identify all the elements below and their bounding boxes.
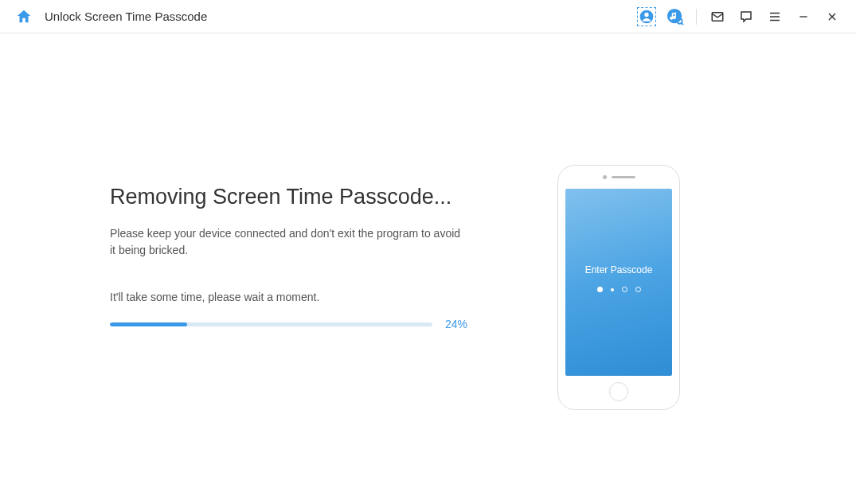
passcode-dots — [597, 287, 641, 292]
svg-point-1 — [644, 12, 648, 16]
phone-camera-icon — [603, 175, 607, 179]
description: Please keep your device connected and do… — [110, 225, 468, 259]
phone-screen-label: Enter Passcode — [585, 264, 653, 275]
header-right — [637, 7, 842, 26]
user-icon[interactable] — [637, 7, 656, 26]
content-right: Enter Passcode — [557, 33, 812, 504]
progress-percent: 24% — [445, 318, 467, 330]
phone-screen: Enter Passcode — [565, 189, 672, 376]
chat-icon[interactable] — [737, 7, 756, 26]
phone-home-button-icon — [609, 382, 628, 401]
phone-illustration: Enter Passcode — [557, 165, 680, 410]
content-left: Removing Screen Time Passcode... Please … — [0, 33, 557, 504]
progress-row: 24% — [110, 318, 557, 330]
passcode-dot-icon — [622, 287, 627, 292]
divider — [696, 9, 697, 25]
passcode-dot-icon — [635, 287, 641, 292]
header: Unlock Screen Time Passcode — [0, 0, 856, 33]
music-search-icon[interactable] — [666, 7, 685, 26]
wait-text: It'll take some time, please wait a mome… — [110, 291, 557, 303]
progress-bar — [110, 322, 432, 326]
phone-top — [603, 175, 635, 179]
mail-icon[interactable] — [708, 7, 727, 26]
home-icon[interactable] — [14, 7, 33, 26]
close-icon[interactable] — [823, 7, 842, 26]
menu-icon[interactable] — [765, 7, 784, 26]
page-title: Unlock Screen Time Passcode — [45, 10, 207, 23]
passcode-dot-icon — [611, 288, 614, 291]
header-left: Unlock Screen Time Passcode — [14, 7, 207, 26]
heading: Removing Screen Time Passcode... — [110, 185, 557, 209]
main: Removing Screen Time Passcode... Please … — [0, 33, 856, 504]
passcode-dot-icon — [597, 287, 603, 292]
svg-line-4 — [682, 22, 683, 24]
svg-point-2 — [667, 8, 682, 22]
progress-fill — [110, 322, 187, 326]
phone-speaker-icon — [612, 176, 635, 178]
minimize-icon[interactable] — [794, 7, 813, 26]
